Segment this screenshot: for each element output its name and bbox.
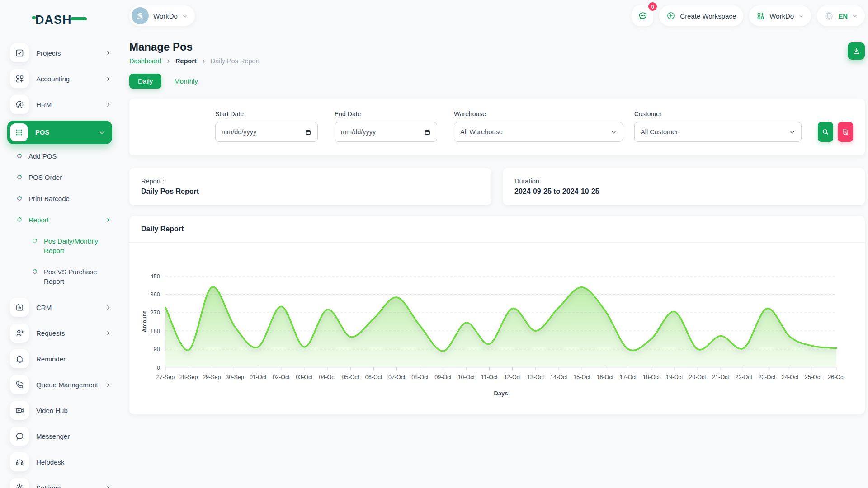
svg-text:0: 0 (157, 364, 160, 371)
svg-text:90: 90 (154, 346, 160, 352)
sidebar-item-pos-daily-monthly-report[interactable]: Pos Daily/Monthly Report (33, 236, 117, 255)
workspace-switcher[interactable]: WorkDo (129, 5, 195, 26)
app-logo[interactable]: DASH (32, 12, 117, 28)
circle-bullet-icon (16, 216, 23, 223)
svg-text:25-Oct: 25-Oct (805, 374, 822, 380)
sidebar-item-label: Video Hub (36, 407, 111, 414)
chevron-right-icon (166, 59, 171, 64)
grid-plus-icon (756, 12, 765, 20)
svg-text:12-Oct: 12-Oct (504, 374, 521, 380)
svg-text:Days: Days (494, 390, 508, 397)
start-date-label: Start Date (215, 110, 318, 117)
sidebar-item-helpdesk[interactable]: Helpdesk (10, 452, 111, 471)
chevron-right-icon (105, 305, 111, 310)
sidebar-item-accounting[interactable]: Accounting (10, 69, 111, 88)
grid-plus-icon (10, 69, 29, 88)
breadcrumb-dashboard[interactable]: Dashboard (129, 57, 161, 65)
end-date-field: End Date mm/dd/yyyy (335, 110, 437, 142)
start-date-field: Start Date mm/dd/yyyy (215, 110, 318, 142)
svg-text:360: 360 (150, 291, 160, 298)
customer-select[interactable]: All Customer (634, 122, 802, 142)
sidebar-item-hrm[interactable]: HRM (10, 95, 111, 114)
svg-text:28-Sep: 28-Sep (179, 374, 198, 380)
topbar: WorkDo 0 Create Workspace WorkDo (129, 4, 865, 28)
svg-text:13-Oct: 13-Oct (527, 374, 544, 380)
breadcrumb-report[interactable]: Report (175, 57, 197, 65)
sidebar-item-pos-order[interactable]: POS Order (17, 173, 117, 182)
svg-text:01-Oct: 01-Oct (250, 374, 267, 380)
svg-text:22-Oct: 22-Oct (736, 374, 753, 380)
svg-text:07-Oct: 07-Oct (388, 374, 406, 380)
sidebar-item-pos[interactable]: POS (7, 121, 112, 144)
phone-call-icon (10, 375, 29, 394)
search-button[interactable] (818, 122, 833, 142)
warehouse-select[interactable]: All Warehouse (454, 122, 623, 142)
chevron-down-icon (182, 13, 188, 19)
tab-monthly[interactable]: Monthly (174, 77, 198, 85)
svg-text:30-Sep: 30-Sep (226, 374, 244, 380)
svg-text:18-Oct: 18-Oct (643, 374, 660, 380)
chevron-right-icon (105, 330, 111, 336)
circle-bullet-icon (32, 238, 38, 244)
dots-grid-icon (10, 123, 28, 141)
sidebar-item-requests[interactable]: Requests (10, 324, 111, 343)
customer-label: Customer (634, 110, 802, 117)
sidebar-item-add-pos[interactable]: Add POS (17, 151, 117, 161)
workspace-name: WorkDo (153, 12, 178, 20)
chevron-right-icon (105, 50, 111, 56)
language-selector[interactable]: EN (817, 5, 865, 26)
sidebar-item-messenger[interactable]: Messenger (10, 427, 111, 446)
chevron-right-icon (105, 382, 111, 388)
sidebar-item-pos-vs-purchase-report[interactable]: Pos VS Purchase Report (33, 267, 117, 286)
sidebar-item-print-barcode[interactable]: Print Barcode (17, 194, 117, 203)
filter-panel: Start Date mm/dd/yyyy End Date mm/dd/yyy… (129, 99, 865, 155)
chevron-right-icon (201, 59, 206, 64)
svg-text:08-Oct: 08-Oct (411, 374, 429, 380)
download-icon (852, 47, 860, 55)
chevron-right-icon (105, 102, 111, 108)
svg-text:450: 450 (150, 273, 160, 280)
check-square-icon (10, 43, 29, 62)
duration-value: 2024-09-25 to 2024-10-25 (514, 188, 853, 196)
video-camera-icon (10, 401, 29, 420)
report-type-tabs: Daily Monthly (129, 74, 865, 89)
svg-text:02-Oct: 02-Oct (273, 374, 290, 380)
sidebar-item-label: Projects (36, 49, 98, 57)
tab-daily[interactable]: Daily (129, 74, 161, 89)
calendar-icon (305, 129, 311, 136)
workspace-menu-button[interactable]: WorkDo (749, 5, 811, 26)
svg-text:270: 270 (150, 309, 160, 316)
sidebar-item-reminder[interactable]: Reminder (10, 349, 111, 368)
sidebar-item-video-hub[interactable]: Video Hub (10, 401, 111, 420)
daily-report-area-chart[interactable]: 09018027036045027-Sep28-Sep29-Sep30-Sep0… (129, 243, 865, 414)
page-title: Manage Pos (129, 41, 259, 53)
user-plus-icon (10, 324, 29, 343)
sidebar-item-projects[interactable]: Projects (10, 43, 111, 62)
sidebar-item-crm[interactable]: CRM (10, 298, 111, 317)
chevron-down-icon (789, 129, 795, 135)
sidebar-item-label: POS (35, 129, 92, 136)
create-workspace-button[interactable]: Create Workspace (659, 5, 743, 26)
report-summary-card: Report : Daily Pos Report (129, 168, 491, 205)
end-date-input[interactable]: mm/dd/yyyy (335, 122, 437, 142)
svg-text:24-Oct: 24-Oct (782, 374, 799, 380)
svg-text:27-Sep: 27-Sep (156, 374, 175, 380)
download-report-button[interactable] (848, 42, 865, 60)
reset-button[interactable] (838, 122, 853, 142)
end-date-label: End Date (335, 110, 437, 117)
sidebar-item-report[interactable]: Report (17, 215, 111, 225)
globe-icon (824, 11, 834, 21)
svg-text:17-Oct: 17-Oct (620, 374, 637, 380)
warehouse-label: Warehouse (454, 110, 623, 117)
svg-text:14-Oct: 14-Oct (550, 374, 567, 380)
sidebar-item-settings[interactable]: Settings (10, 478, 111, 488)
circle-bullet-icon (16, 153, 23, 159)
sidebar-item-label: Accounting (36, 75, 98, 83)
svg-text:180: 180 (150, 328, 160, 334)
start-date-input[interactable]: mm/dd/yyyy (215, 122, 318, 142)
sidebar-item-label: Queue Management (36, 381, 98, 389)
notifications-button[interactable]: 0 (632, 5, 653, 26)
chevron-right-icon (105, 485, 111, 488)
sidebar-item-queue-management[interactable]: Queue Management (10, 375, 111, 394)
chevron-right-icon (105, 76, 111, 82)
